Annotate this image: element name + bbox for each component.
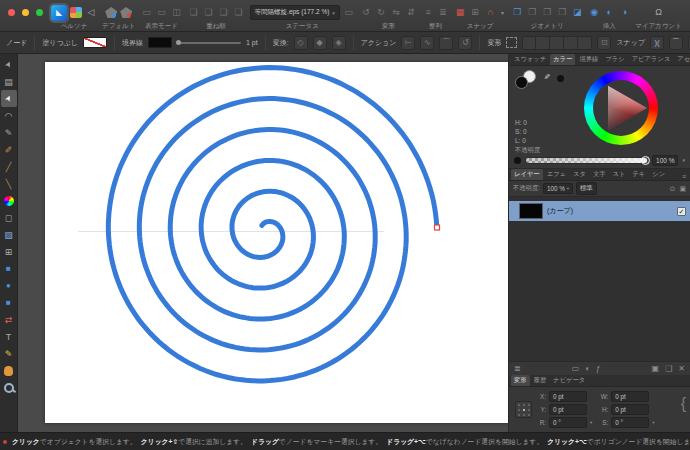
convert-smart-icon[interactable]: ◈ xyxy=(332,36,346,50)
h-field[interactable]: 0 pt xyxy=(611,404,649,415)
layers-list[interactable]: (カーブ) ✓ xyxy=(509,197,690,361)
tab-境界線[interactable]: 境界線 xyxy=(576,54,601,65)
blend-mode-select[interactable]: 標準 xyxy=(576,182,597,195)
flip-vertical-icon[interactable]: ⇵ xyxy=(405,6,417,19)
snap-to-nodes-icon[interactable]: )( xyxy=(650,36,664,50)
s-field[interactable]: 0 ° xyxy=(611,417,649,428)
align-icon[interactable]: ≡ xyxy=(422,6,434,19)
boolean-divide-icon[interactable]: ◪ xyxy=(571,6,583,19)
tab-カラー[interactable]: カラー xyxy=(550,54,575,65)
text-tool[interactable]: T xyxy=(1,328,17,345)
my-account-icon[interactable]: Ω xyxy=(653,6,665,19)
transparency-tool[interactable]: ◻ xyxy=(1,209,17,226)
move-tool[interactable]: ➤ xyxy=(1,56,17,73)
action-smooth-curve-icon[interactable]: ⌒ xyxy=(439,36,453,50)
eyedropper-icon[interactable]: ✎ xyxy=(542,73,551,80)
stroke-color-circle[interactable] xyxy=(515,76,528,89)
boolean-xor-icon[interactable]: ❐ xyxy=(556,6,568,19)
transform-origin-icon[interactable]: ⊡ xyxy=(597,36,611,50)
split-view-icon[interactable]: ◫ xyxy=(170,6,182,19)
flip-horizontal-icon[interactable]: ⇋ xyxy=(390,6,402,19)
layer-thumbnail[interactable] xyxy=(519,203,543,219)
tab-テキ[interactable]: テキ xyxy=(629,169,648,180)
view-tool[interactable] xyxy=(1,362,17,379)
rotate-right-icon[interactable]: ↻ xyxy=(375,6,387,19)
status-extra-icon[interactable]: ▭ xyxy=(343,6,355,19)
transform-option-icon[interactable] xyxy=(522,36,536,50)
insert-on-top-icon[interactable]: ◐ xyxy=(603,6,615,19)
spiral-curve[interactable] xyxy=(108,68,437,381)
convert-smooth-icon[interactable]: ◆ xyxy=(313,36,327,50)
tab-履歴[interactable]: 履歴 xyxy=(531,375,550,386)
insert-behind-icon[interactable]: ◉ xyxy=(588,6,600,19)
opacity-slider[interactable] xyxy=(525,157,648,164)
boolean-subtract-icon[interactable]: ❐ xyxy=(526,6,538,19)
fill-tool[interactable] xyxy=(1,192,17,209)
blend-options-icon[interactable]: ⊙ xyxy=(670,185,676,193)
rounded-rectangle-tool[interactable]: ■ xyxy=(1,294,17,311)
layer-name[interactable]: (カーブ) xyxy=(547,206,673,216)
boolean-intersect-icon[interactable]: ❐ xyxy=(541,6,553,19)
snapping-magnet-icon[interactable]: ∩ xyxy=(484,6,496,19)
curve-end-node[interactable] xyxy=(435,225,440,230)
slider-knob[interactable] xyxy=(176,40,181,45)
pixel-persona-icon[interactable] xyxy=(70,7,82,18)
tab-シン[interactable]: シン xyxy=(649,169,668,180)
layer-row-selected[interactable]: (カーブ) ✓ xyxy=(509,201,690,221)
tab-スタ[interactable]: スタ xyxy=(570,169,589,180)
w-field[interactable]: 0 pt xyxy=(611,391,649,402)
tab-レイヤー[interactable]: レイヤー xyxy=(511,169,543,180)
color-triangle[interactable] xyxy=(595,82,647,134)
export-persona-icon[interactable]: ◁ xyxy=(85,6,97,19)
edit-defaults-icon[interactable] xyxy=(120,7,132,18)
transform-option-icon[interactable] xyxy=(564,36,578,50)
add-layer-icon[interactable]: ▣ xyxy=(652,364,660,373)
tab-アセット[interactable]: アセット xyxy=(674,54,690,65)
opacity-value[interactable]: 100 % xyxy=(652,155,678,166)
color-wheel[interactable] xyxy=(584,71,658,145)
colour-picker-tool[interactable]: ✎ xyxy=(1,345,17,362)
zoom-window-button[interactable] xyxy=(36,9,43,16)
tab-スウォッチ[interactable]: スウォッチ xyxy=(511,54,549,65)
minimize-window-button[interactable] xyxy=(22,9,29,16)
delete-layer-icon[interactable]: ✕ xyxy=(678,364,685,373)
y-field[interactable]: 0 pt xyxy=(549,404,587,415)
fill-swatch[interactable] xyxy=(83,37,107,48)
transform-mode-icon[interactable] xyxy=(506,37,517,48)
opacity-knob[interactable] xyxy=(641,156,650,165)
rectangle-tool[interactable]: ■ xyxy=(1,260,17,277)
layer-opacity-value[interactable]: 100 %▾ xyxy=(543,183,573,194)
transform-option-icon[interactable] xyxy=(550,36,564,50)
caret-icon[interactable]: ▾ xyxy=(590,420,592,425)
pencil-tool[interactable]: ✐ xyxy=(1,141,17,158)
zoom-tool[interactable] xyxy=(1,379,17,396)
move-forward-icon[interactable]: ❏ xyxy=(203,6,215,19)
move-backward-icon[interactable]: ❏ xyxy=(218,6,230,19)
snapping-grid-icon[interactable]: ▦ xyxy=(454,6,466,19)
move-to-back-icon[interactable]: ❏ xyxy=(233,6,245,19)
transform-option-icon[interactable] xyxy=(536,36,550,50)
place-image-tool[interactable]: ▨ xyxy=(1,226,17,243)
layer-visibility-checkbox[interactable]: ✓ xyxy=(677,207,686,216)
insert-inside-icon[interactable]: ◑ xyxy=(618,6,630,19)
action-close-curve-icon[interactable]: ∿ xyxy=(420,36,434,50)
action-join-curves-icon[interactable]: ↺ xyxy=(458,36,472,50)
pen-tool[interactable]: ✎ xyxy=(1,124,17,141)
layer-options-icon[interactable]: ≣ xyxy=(514,364,521,373)
link-dimensions-icon[interactable]: { xyxy=(681,395,686,413)
pixel-view-icon[interactable]: ▭ xyxy=(155,6,167,19)
paint-brush-tool[interactable]: ╲ xyxy=(1,175,17,192)
mask-layer-icon[interactable]: ▭ xyxy=(572,364,580,373)
tab-文字[interactable]: 文字 xyxy=(590,169,609,180)
tab-アピアランス[interactable]: アピアランス xyxy=(629,54,674,65)
stroke-width-slider[interactable] xyxy=(177,42,241,44)
tab-変形[interactable]: 変形 xyxy=(511,375,530,386)
lock-layer-icon[interactable]: ▣ xyxy=(679,185,686,193)
document-tab[interactable]: 等間隔螺旋.eps (177.2 %)▾ xyxy=(250,5,340,20)
panel-menu-icon[interactable]: ≡ xyxy=(682,173,688,180)
ellipse-tool[interactable]: ● xyxy=(1,277,17,294)
artboard-tool[interactable]: ▤ xyxy=(1,73,17,90)
boolean-add-icon[interactable]: ❐ xyxy=(511,6,523,19)
transform-option-icon[interactable] xyxy=(578,36,592,50)
tab-スト[interactable]: スト xyxy=(609,169,628,180)
